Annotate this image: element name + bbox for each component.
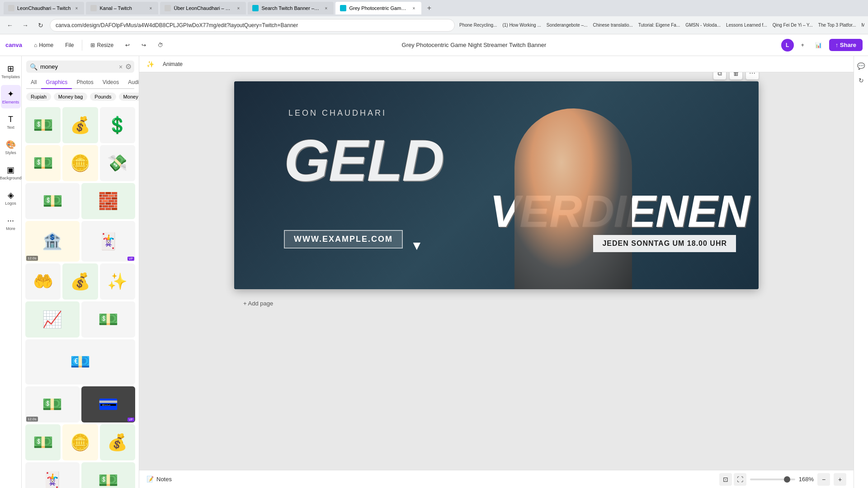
refresh-button[interactable]: ↻ [34,19,47,32]
sidebar-item-elements[interactable]: ✦ Elements [1,85,21,108]
graphic-item-20[interactable]: 🪙 [62,424,98,460]
zoom-fit-button[interactable]: ⊡ [719,473,732,486]
bookmark-3[interactable]: Sonderangebote –... [545,22,590,28]
graphic-item-21[interactable]: 💰 [100,424,135,460]
sidebar-item-text[interactable]: T Text [1,110,21,134]
animate-button[interactable]: Animate [158,59,188,70]
add-page-button[interactable]: + Add page [234,296,282,310]
undo-button[interactable]: ↩ [122,40,133,50]
zoom-in-button[interactable]: + [834,473,846,486]
text-geld[interactable]: GELD [284,127,443,194]
graphic-item-9[interactable]: 🏦 12.0s [25,221,80,262]
sidebar-item-more[interactable]: ··· More [1,211,21,235]
graphic-item-22[interactable]: 🃏 [25,462,80,488]
graphic-item-19[interactable]: 💵 [25,424,61,460]
filter-money-bag[interactable]: Money bag [54,93,87,101]
graphic-item-11[interactable]: 🤲 [25,263,61,300]
right-icon-refresh[interactable]: ↻ [855,74,868,87]
bookmark-1[interactable]: Phone Recycling... [458,22,499,28]
graphic-item-23[interactable]: 💵 [81,462,136,488]
graphic-item-13[interactable]: ✨ [100,263,135,300]
bookmark-6[interactable]: GMSN - Voloda... [684,22,722,28]
graphic-item-18[interactable]: 💳 VP [81,386,136,422]
graphic-item-6[interactable]: 💸 [100,145,135,181]
bookmark-2[interactable]: (1) How Working ... [500,22,542,28]
forward-button[interactable]: → [19,19,32,32]
sidebar-item-background[interactable]: ▣ Background [1,161,21,184]
text-leon-chaudhari[interactable]: LEON CHAUDHARI [288,108,387,118]
redo-button[interactable]: ↪ [138,40,150,50]
canvas-page[interactable]: LEON CHAUDHARI GELD VERDIENEN WWW.EXA [234,81,759,289]
add-collaborator-button[interactable]: + [797,40,808,50]
graphic-item-12[interactable]: 💰 [62,263,98,300]
more-page-button[interactable]: ⋯ [746,72,759,80]
file-button[interactable]: File [61,40,77,50]
sidebar-item-templates[interactable]: ⊞ Templates [1,60,21,83]
graphic-item-3[interactable]: 💲 [100,107,135,143]
tab-5[interactable]: Grey Photocentric Game Night... × [335,2,421,14]
sidebar-item-styles[interactable]: 🎨 Styles [1,136,21,159]
tab-all[interactable]: All [26,76,41,88]
graphic-item-5[interactable]: 🪙 [62,145,98,181]
tab-1-close[interactable]: × [73,5,80,11]
graphic-item-8[interactable]: 🧱 [81,183,135,219]
back-button[interactable]: ← [4,19,16,32]
tab-3[interactable]: Über LeonChaudhari – Twitch × [160,2,246,14]
sidebar-item-logos[interactable]: ◈ Logos [1,186,21,210]
search-filter-button[interactable]: ⚙ [125,62,132,71]
tab-1[interactable]: LeonChaudhari – Twitch × [4,2,84,14]
timer-button[interactable]: ⏱ [154,40,167,50]
bookmark-8[interactable]: Qing Fei De Yi – Y... [771,22,815,28]
graphic-item-17[interactable]: 💵 12.0s [25,386,80,422]
bookmark-5[interactable]: Tutorial: Eigene Fa... [637,22,682,28]
zoom-fullscreen-button[interactable]: ⛶ [734,473,746,486]
notes-button[interactable]: 📝 Notes [146,476,172,483]
bookmark-10[interactable]: Money Changes E... [860,22,864,28]
resize-button[interactable]: ⊞ Resize [87,40,117,50]
bookmark-9[interactable]: The Top 3 Platfor... [816,22,858,28]
graphic-item-16[interactable]: 💶 [25,339,135,385]
tab-2[interactable]: Kanal – Twitch × [86,2,158,14]
zoom-slider[interactable] [750,479,795,480]
tab-2-close[interactable]: × [147,5,154,11]
graphic-item-14[interactable]: 📈 [25,301,80,338]
tab-videos[interactable]: Videos [98,76,123,88]
zoom-out-button[interactable]: − [817,473,830,486]
search-clear-button[interactable]: × [119,63,123,70]
bookmark-4[interactable]: Chinese translatio... [591,22,634,28]
tab-4[interactable]: Search Twitch Banner – Canva × [248,2,334,14]
canvas-scroll[interactable]: ⧉ 🗑 ⋯ LEON CHAUDHARI GELD [139,72,854,470]
analytics-button[interactable]: 📊 [811,40,826,50]
graphic-item-1[interactable]: 💵 [25,107,61,143]
tab-photos[interactable]: Photos [72,76,98,88]
graphic-item-15[interactable]: 💵 [81,301,136,338]
search-input[interactable] [40,63,116,70]
delete-page-button[interactable]: 🗑 [730,72,742,80]
notes-label: Notes [156,476,172,483]
tab-5-close[interactable]: × [410,5,417,11]
tab-3-close[interactable]: × [235,5,241,11]
tab-4-close[interactable]: × [323,5,329,11]
url-box[interactable]: WWW.EXAMPLE.COM [284,230,403,249]
filter-rupiah[interactable]: Rupiah [26,93,51,101]
right-icon-comments[interactable]: 💬 [855,60,868,72]
grid-row-3: 💵 🧱 [25,183,135,219]
home-button[interactable]: ⌂ Home [30,40,57,50]
graphic-item-10[interactable]: 🃏 VP [81,221,136,262]
person-image[interactable] [501,99,646,289]
schedule-box[interactable]: JEDEN SONNTAG UM 18.00 UHR [593,235,736,252]
graphic-item-7[interactable]: 💵 [25,183,80,219]
user-avatar[interactable]: L [781,39,794,52]
graphic-item-4[interactable]: 💵 [25,145,61,181]
filter-money[interactable]: Money [119,93,139,101]
graphic-item-2[interactable]: 💰 [62,107,98,143]
address-field[interactable]: canva.com/design/DAFOlpFvMus/a4W4dDB8CPL… [50,19,455,32]
filter-pounds[interactable]: Pounds [90,93,116,101]
bookmark-7[interactable]: Lessons Learned f... [724,22,769,28]
tab-audio[interactable]: Audio [123,76,139,88]
copy-page-button[interactable]: ⧉ [713,72,726,80]
share-button[interactable]: ↑ Share [829,39,863,51]
new-tab-button[interactable]: + [423,2,435,14]
zoom-thumb[interactable] [784,476,790,483]
tab-graphics[interactable]: Graphics [41,76,72,89]
